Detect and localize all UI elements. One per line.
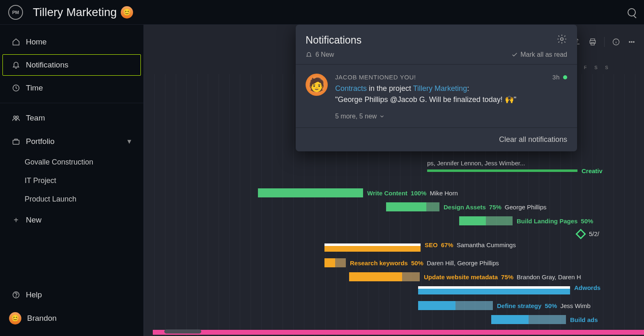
task-assignee: Daren Hill, George Phillips <box>427 260 499 266</box>
task-bar-strategy[interactable]: Define strategy50%Jess Wimb <box>418 301 493 310</box>
more-icon[interactable] <box>628 38 636 46</box>
bell-icon <box>12 61 20 69</box>
task-name: Creativ <box>582 167 603 174</box>
current-user[interactable]: Brandon <box>0 306 143 330</box>
plus-icon: + <box>12 216 20 224</box>
task-bar-build-ads[interactable]: Build ads <box>491 315 566 324</box>
task-bar-seo-fill <box>324 246 421 252</box>
nav-home[interactable]: Home <box>2 31 141 53</box>
task-bar-metadata[interactable]: Update website metadata75%Brandon Gray, … <box>349 272 420 281</box>
notification-time: 3h <box>552 74 560 81</box>
nav-label: Home <box>26 37 47 46</box>
notification-link[interactable]: Contracts <box>335 84 367 93</box>
svg-rect-3 <box>13 140 19 144</box>
task-assignee: Jess Wimb <box>560 302 590 309</box>
gantt-view: APR, 24 '22 MAY, 1 '22 F S S M T W T F S… <box>144 25 644 336</box>
task-pct: 75% <box>489 204 501 211</box>
notifications-title: Notifications <box>306 34 361 46</box>
app-logo[interactable]: PM <box>8 5 23 20</box>
nav-time[interactable]: Time <box>2 77 141 99</box>
nav-help[interactable]: Help <box>2 284 141 306</box>
gear-icon[interactable] <box>557 34 567 46</box>
notifications-count: 6 New <box>315 51 334 58</box>
nav-label: Portfolio <box>26 137 55 146</box>
task-bar-write-content[interactable]: Write Content100%Mike Horn <box>258 188 363 197</box>
more-notifications[interactable]: 5 more, 5 new <box>335 113 567 120</box>
task-bar-creative[interactable]: Creativ <box>427 169 577 172</box>
nav-new[interactable]: + New <box>2 209 141 231</box>
task-bar-adwords-fill <box>418 289 570 294</box>
nav-notifications[interactable]: Notifications <box>2 54 141 76</box>
task-pct: 50% <box>581 218 593 225</box>
task-assignee: George Phillips <box>505 204 547 211</box>
nav-portfolio[interactable]: Portfolio ▾ <box>2 130 141 152</box>
nav-label: Team <box>26 114 45 123</box>
notifications-panel: Notifications 6 New Mark all as read 🧑 J… <box>296 25 577 151</box>
svg-point-12 <box>629 42 630 43</box>
task-assignee: Mike Horn <box>430 190 458 197</box>
notification-message: Contracts in the project Tillery Marketi… <box>335 83 567 105</box>
task-bar-research[interactable]: Research keywords50%Daren Hill, George P… <box>324 258 346 267</box>
svg-point-13 <box>631 42 632 43</box>
mark-all-read[interactable]: Mark all as read <box>511 51 567 58</box>
milestone-diamond[interactable] <box>575 229 586 239</box>
nav-label: Time <box>26 83 43 93</box>
clear-all-notifications[interactable]: Clear all notifications <box>296 127 577 151</box>
team-icon <box>12 114 20 122</box>
info-icon[interactable] <box>612 38 620 46</box>
notification-heading: JACOB MENTIONED YOU! <box>335 74 416 81</box>
project-title: Tillery Marketing <box>33 6 117 19</box>
task-assignee: Samantha Cummings <box>457 241 516 248</box>
task-bar-summary[interactable] <box>153 330 644 335</box>
chevron-down-icon: ▾ <box>127 137 131 146</box>
mark-all-label: Mark all as read <box>520 51 567 58</box>
task-name: Write Content <box>367 190 407 197</box>
nav-label: New <box>26 216 41 225</box>
milestone-label: 5/2/ <box>589 230 599 237</box>
task-pct: 75% <box>501 273 513 280</box>
nav-label: Notifications <box>26 60 69 70</box>
notification-item[interactable]: 🧑 JACOB MENTIONED YOU! 3h Contracts in t… <box>296 65 577 127</box>
svg-point-1 <box>14 116 16 118</box>
task-name: Update website metadata <box>424 273 498 280</box>
task-name: Define strategy <box>497 302 541 309</box>
task-pct: 50% <box>545 302 557 309</box>
dow: S <box>591 65 601 72</box>
unread-dot <box>563 75 567 79</box>
clock-icon <box>12 84 20 92</box>
briefcase-icon <box>12 137 20 146</box>
task-name: Adwords <box>574 284 600 291</box>
print-icon[interactable] <box>589 38 597 46</box>
svg-rect-10 <box>591 43 594 45</box>
horizontal-scrollbar[interactable] <box>164 329 201 334</box>
task-bar-design-assets[interactable]: Design Assets75%George Phillips <box>386 202 439 211</box>
user-avatar <box>9 312 21 324</box>
user-avatar-top[interactable] <box>121 6 133 19</box>
portfolio-item-govalle[interactable]: Govalle Construction <box>0 153 143 171</box>
task-pct: 100% <box>411 190 426 197</box>
home-icon <box>12 38 20 46</box>
task-pct: 67% <box>441 241 453 248</box>
sender-avatar: 🧑 <box>306 74 328 96</box>
task-pct: 50% <box>411 260 423 266</box>
svg-point-2 <box>16 116 18 118</box>
task-assignee: Brandon Gray, Daren H <box>517 273 581 280</box>
task-name: SEO <box>425 241 438 248</box>
svg-point-15 <box>561 38 564 41</box>
svg-point-5 <box>16 297 16 297</box>
task-name: Build Landing Pages <box>517 218 577 225</box>
dow: F <box>580 65 591 72</box>
task-assignee: ps, Jennifer Lennon, Jess Wimber... <box>427 160 525 167</box>
nav-team[interactable]: Team <box>2 107 141 129</box>
task-name: Design Assets <box>444 204 486 211</box>
search-icon[interactable] <box>628 8 636 16</box>
task-name: Research keywords <box>350 260 408 266</box>
task-name: Build ads <box>570 316 598 323</box>
notification-link[interactable]: Tillery Marketing <box>413 84 467 93</box>
portfolio-item-it[interactable]: IT Project <box>0 171 143 190</box>
help-icon <box>12 291 20 299</box>
task-bar-landing-pages[interactable]: Build Landing Pages50% <box>459 216 513 225</box>
bell-icon <box>306 51 312 58</box>
user-name: Brandon <box>27 314 57 323</box>
portfolio-item-product-launch[interactable]: Product Launch <box>0 190 143 209</box>
